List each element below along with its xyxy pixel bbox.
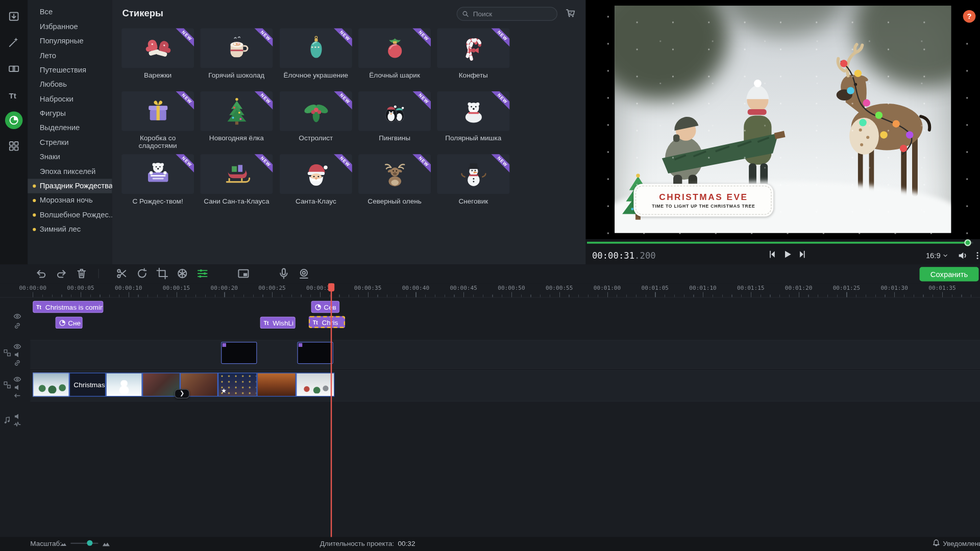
sticker-tile[interactable]: NEWКонфеты — [437, 29, 509, 79]
selected-title-clip[interactable]: TtChris — [309, 316, 346, 328]
playhead-line[interactable] — [331, 283, 332, 537]
webcam-capture-icon[interactable] — [298, 267, 310, 279]
sidebar-item-figury[interactable]: Фигуры — [28, 107, 112, 121]
svg-text:Tt: Tt — [9, 91, 16, 100]
zoom-slider[interactable] — [70, 543, 98, 544]
aspect-ratio-select[interactable]: 16:9 — [926, 251, 949, 260]
zoom-out-icon[interactable] — [60, 541, 66, 547]
sidebar-item-prazdnik-rozhdestva[interactable]: Праздник Рождества — [28, 179, 112, 193]
store-cart-icon[interactable] — [566, 8, 576, 18]
ruler-tick-label: 00:01:05 — [642, 285, 669, 291]
sidebar-item-volshebnoe-rozhdestvo[interactable]: Волшебное Рождес... — [28, 208, 112, 222]
color-adjust-icon[interactable] — [177, 267, 188, 279]
sticker-tile[interactable]: NEWГорячий шоколад — [200, 29, 273, 79]
sticker-tile[interactable]: NEWПолярный мишка — [437, 91, 509, 142]
help-button[interactable]: ? — [963, 10, 976, 23]
video-clip-thumbnail[interactable] — [257, 372, 296, 396]
play-button[interactable] — [782, 249, 793, 260]
previous-frame-button[interactable] — [767, 249, 777, 260]
sidebar-item-moroznaya-noch[interactable]: Морозная ночь — [28, 193, 112, 208]
overlay-video-clip[interactable] — [221, 342, 257, 364]
sidebar-item-lyubov[interactable]: Любовь — [28, 78, 112, 92]
video-track-back-arrow-icon[interactable] — [13, 392, 21, 400]
save-button[interactable]: Сохранить — [920, 267, 979, 281]
sidebar-item-zimniy-les[interactable]: Зимний лес — [28, 222, 112, 237]
clip-properties-icon[interactable] — [197, 267, 208, 279]
overlay-pip-icon[interactable] — [237, 267, 249, 279]
sidebar-item-epoha-pikseley[interactable]: Эпоха пикселей — [28, 164, 112, 179]
sidebar-item-populyarnye[interactable]: Популярные — [28, 34, 112, 48]
sidebar-item-puteshestviya[interactable]: Путешествия — [28, 63, 112, 77]
record-audio-icon[interactable] — [278, 267, 289, 279]
overlay-video-clip[interactable] — [297, 342, 333, 364]
video-clip-name[interactable]: Christmas — [69, 372, 106, 396]
title-clip[interactable]: TtChristmas is comin — [33, 301, 103, 313]
zoom-slider-thumb[interactable] — [87, 540, 92, 546]
more-tools-icon[interactable] — [5, 137, 23, 155]
sidebar-item-nabroski[interactable]: Наброски — [28, 92, 112, 106]
overlay-track-mute-speaker-icon[interactable] — [13, 350, 21, 359]
timeline-ruler[interactable]: 00:00:0000:00:0500:00:1000:00:1500:00:20… — [0, 283, 980, 297]
import-media-icon[interactable] — [5, 8, 23, 26]
transitions-icon[interactable] — [5, 60, 23, 78]
sticker-tile[interactable]: NEWСани Сан-та-Клауса — [200, 154, 273, 205]
search-input[interactable] — [469, 10, 566, 18]
audio-track-mute-speaker-icon[interactable] — [13, 412, 21, 420]
duration-label: Длительность проекта: — [320, 539, 394, 547]
video-clip-thumbnail[interactable] — [106, 372, 142, 396]
sticker-tile[interactable]: NEWПингвины — [358, 91, 431, 142]
titles-icon[interactable]: Tt — [5, 86, 23, 104]
sticker-tile[interactable]: NEWС Рождес-твом! — [121, 154, 194, 205]
audio-track-wave-icon[interactable] — [13, 420, 21, 429]
title-clip[interactable]: TtWishLi — [260, 317, 296, 329]
sticker-tile[interactable]: NEWКоробка со сладостями — [121, 91, 194, 149]
sticker-tile[interactable]: NEWСеверный олень — [358, 154, 431, 205]
crop-icon[interactable] — [156, 267, 168, 279]
sidebar-item-znaki[interactable]: Знаки — [28, 150, 112, 164]
delete-icon[interactable] — [76, 267, 87, 279]
search-box[interactable] — [457, 7, 557, 21]
overlay-track-link-icon[interactable] — [13, 359, 21, 367]
video-clip-thumbnail[interactable] — [33, 372, 69, 396]
filters-icon[interactable] — [5, 33, 23, 51]
ruler-tick-label: 00:00:15 — [163, 285, 190, 291]
sidebar-item-strelki[interactable]: Стрелки — [28, 135, 112, 149]
sticker-tile[interactable]: NEWОстролист — [280, 91, 352, 142]
transition-icon[interactable]: ❯ — [175, 389, 190, 399]
sticker-tile[interactable]: NEWЁлочное украшение — [280, 29, 352, 79]
notifications-button[interactable]: Уведомления — [932, 539, 980, 547]
sidebar-item-leto[interactable]: Лето — [28, 48, 112, 63]
sidebar-item-vse[interactable]: Все — [28, 5, 112, 19]
overlay-track-visibility-eye-icon[interactable] — [13, 342, 21, 350]
sidebar-item-izbrannoe[interactable]: Избранное — [28, 19, 112, 34]
sticker-tile[interactable]: NEWСанта-Клаус — [280, 154, 352, 205]
overlay-track-lane[interactable] — [30, 340, 980, 369]
title-track-link-icon[interactable] — [13, 322, 21, 330]
playback-progress-bar[interactable] — [587, 242, 973, 244]
sticker-clip[interactable]: Сев — [311, 301, 340, 313]
sticker-tile[interactable]: NEWВарежки — [121, 29, 194, 79]
next-frame-button[interactable] — [797, 249, 807, 260]
sticker-tile[interactable]: NEWЁлочный шарик — [358, 29, 431, 79]
sticker-clip[interactable]: Сне — [56, 317, 83, 329]
clip-label: Сев — [324, 303, 336, 311]
volume-icon[interactable] — [958, 251, 968, 261]
split-scissors-icon[interactable] — [116, 267, 128, 279]
sticker-tile[interactable]: NEWНовогодняя ёлка — [200, 91, 273, 142]
stickers-icon[interactable] — [5, 111, 23, 129]
new-badge: NEW — [329, 154, 352, 177]
rotate-icon[interactable] — [136, 267, 148, 279]
playhead-handle[interactable] — [328, 283, 334, 291]
sticker-tile[interactable]: NEWСнеговик — [437, 154, 509, 205]
title-track-visibility-eye-icon[interactable] — [13, 312, 21, 320]
zoom-in-icon[interactable] — [102, 539, 110, 547]
preview-menu-icon[interactable] — [973, 251, 980, 261]
redo-icon[interactable] — [56, 267, 67, 279]
video-clip-thumbnail[interactable] — [296, 372, 334, 396]
progress-thumb[interactable] — [964, 239, 971, 246]
video-clip-thumbnail[interactable]: ★ — [218, 372, 257, 396]
video-track-visibility-eye-icon[interactable] — [13, 375, 21, 383]
undo-icon[interactable] — [35, 267, 47, 279]
sidebar-item-vydelenie[interactable]: Выделение — [28, 121, 112, 135]
video-track-mute-speaker-icon[interactable] — [13, 383, 21, 391]
